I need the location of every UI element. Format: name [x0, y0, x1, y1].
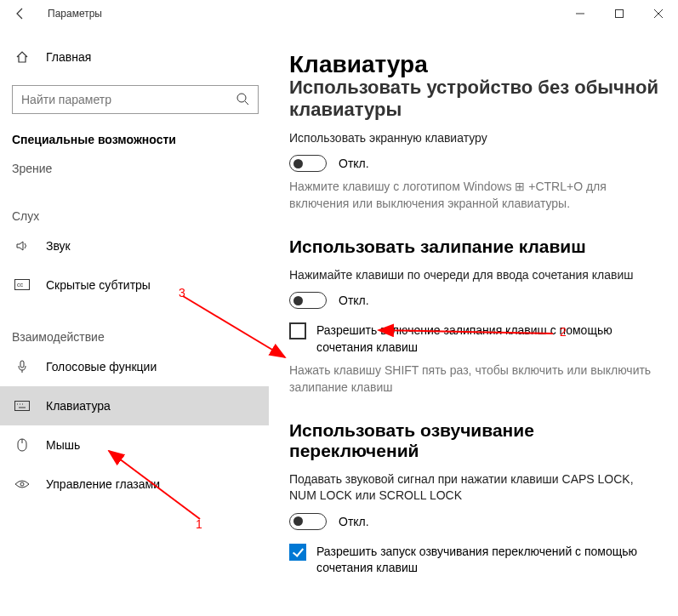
close-button[interactable]	[639, 0, 678, 27]
togglekeys-state: Откл.	[339, 515, 369, 528]
content-pane: Клавиатура Использовать устройство без о…	[269, 27, 678, 616]
annotation-2: 2	[560, 325, 567, 339]
sidebar-item-keyboard[interactable]: Клавиатура	[0, 386, 269, 425]
page-title: Клавиатура	[289, 51, 661, 78]
home-icon	[14, 50, 31, 64]
osk-toggle[interactable]	[289, 155, 327, 172]
sticky-shortcut-hint: Нажать клавишу SHIFT пять раз, чтобы вкл…	[289, 362, 661, 396]
close-icon	[654, 9, 663, 18]
annotation-1: 1	[196, 517, 202, 531]
minimize-icon	[576, 9, 584, 18]
eye-icon	[14, 479, 31, 489]
group-interaction: Взаимодействие	[12, 330, 269, 344]
search-input[interactable]	[12, 85, 259, 114]
minimize-button[interactable]	[561, 0, 600, 27]
svg-point-4	[237, 94, 246, 102]
togglekeys-shortcut-label: Разрешить запуск озвучивания переключени…	[316, 544, 661, 577]
nav-label: Управление глазами	[46, 477, 160, 491]
sticky-desc: Нажимайте клавиши по очереди для ввода с…	[289, 267, 661, 284]
osk-state: Откл.	[339, 157, 369, 170]
nav-label: Голосовые функции	[46, 360, 157, 374]
sticky-shortcut-checkbox[interactable]	[289, 322, 306, 339]
togglekeys-desc: Подавать звуковой сигнал при нажатии кла…	[289, 471, 661, 505]
svg-line-5	[245, 101, 248, 105]
osk-label: Использовать экранную клавиатуру	[289, 130, 661, 147]
arrow-left-icon	[14, 7, 27, 20]
sidebar: Главная Специальные возможности Зрение С…	[0, 27, 269, 616]
sidebar-item-speech[interactable]: Голосовые функции	[12, 347, 269, 386]
nav-label: Клавиатура	[46, 399, 111, 413]
maximize-button[interactable]	[600, 0, 639, 27]
sidebar-item-home[interactable]: Главная	[12, 37, 269, 77]
category-header: Специальные возможности	[12, 133, 269, 146]
cut-heading: Использовать устройство без обычной клав…	[289, 77, 661, 122]
window-title: Параметры	[48, 8, 102, 20]
home-label: Главная	[46, 50, 91, 64]
search-field[interactable]	[21, 93, 217, 106]
microphone-icon	[14, 360, 31, 374]
sticky-state: Откл.	[339, 294, 369, 307]
svg-point-16	[20, 482, 24, 486]
sidebar-item-mouse[interactable]: Мышь	[12, 425, 269, 465]
svg-rect-8	[20, 361, 24, 368]
sidebar-item-captions[interactable]: cc Скрытые субтитры	[12, 265, 269, 305]
captions-icon: cc	[14, 279, 31, 291]
svg-rect-9	[15, 402, 30, 411]
group-vision: Зрение	[12, 162, 269, 175]
speaker-icon	[14, 239, 31, 253]
mouse-icon	[14, 438, 31, 452]
togglekeys-toggle[interactable]	[289, 513, 327, 530]
osk-hint: Нажмите клавишу с логотипом Windows ⊞ +C…	[289, 179, 661, 212]
sticky-shortcut-label: Разрешить включение залипания клавиш с п…	[316, 322, 661, 356]
sticky-toggle[interactable]	[289, 292, 327, 309]
back-button[interactable]	[7, 0, 34, 27]
annotation-3: 3	[179, 286, 185, 299]
maximize-icon	[615, 9, 624, 18]
svg-text:cc: cc	[17, 282, 24, 288]
nav-label: Звук	[46, 239, 71, 253]
nav-label: Скрытые субтитры	[46, 278, 151, 292]
sidebar-item-eye[interactable]: Управление глазами	[12, 465, 269, 504]
togglekeys-shortcut-checkbox[interactable]	[289, 544, 306, 561]
svg-rect-1	[616, 10, 624, 18]
sticky-heading: Использовать залипание клавиш	[289, 237, 661, 257]
nav-label: Мышь	[46, 438, 80, 452]
keyboard-icon	[14, 401, 31, 411]
search-icon	[236, 92, 249, 108]
sidebar-item-sound[interactable]: Звук	[12, 226, 269, 265]
togglekeys-heading: Использовать озвучивание переключений	[289, 420, 661, 461]
group-hearing: Слух	[12, 209, 269, 223]
